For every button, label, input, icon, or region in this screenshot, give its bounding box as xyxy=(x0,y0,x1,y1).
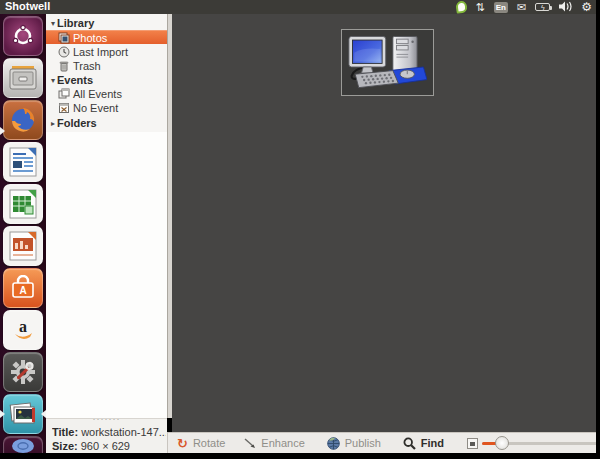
sidebar-section-library[interactable]: ▾ Library xyxy=(46,16,167,30)
firefox-icon xyxy=(8,105,38,135)
battery-icon[interactable]: ϟ xyxy=(535,3,550,11)
screenshot-right-border xyxy=(596,0,600,459)
window-title: Shotwell xyxy=(5,0,50,12)
publish-button[interactable]: Publish xyxy=(318,433,390,454)
computer-workstation-image xyxy=(348,34,427,91)
sidebar-item-trash[interactable]: Trash xyxy=(46,59,167,73)
bottom-toolbar: ↻ Rotate Enhance Publish Find xyxy=(167,432,596,453)
ubuntu-logo-icon xyxy=(11,24,35,48)
launcher-item-shotwell[interactable] xyxy=(3,394,43,434)
zoom-slider-track[interactable] xyxy=(482,442,600,445)
photo-thumbnail-computer-workstation[interactable] xyxy=(341,29,434,96)
all-events-icon xyxy=(58,88,70,100)
leaf-indicator-icon[interactable] xyxy=(455,0,468,13)
photo-grid-area[interactable] xyxy=(172,14,596,432)
launcher-item-files[interactable] xyxy=(3,58,43,98)
sidebar-section-folders[interactable]: ▸ Folders xyxy=(46,116,167,130)
shotwell-photos-icon xyxy=(8,400,38,428)
trash-icon xyxy=(58,60,70,72)
sidebar-item-all-events[interactable]: All Events xyxy=(46,87,167,101)
writer-document-icon xyxy=(8,147,38,177)
running-indicator-shotwell xyxy=(0,410,5,418)
launcher-item-dash[interactable] xyxy=(3,16,43,56)
publish-globe-icon xyxy=(327,437,340,450)
clock-icon xyxy=(58,46,70,58)
find-button[interactable]: Find xyxy=(394,433,453,454)
sidebar-item-photos[interactable]: Photos xyxy=(46,30,167,44)
sidebar-section-events[interactable]: ▾ Events xyxy=(46,73,167,87)
session-gear-icon[interactable]: ⚙ xyxy=(581,1,592,13)
pane-resize-handle[interactable]: ······· xyxy=(46,415,167,423)
expander-icon[interactable]: ▾ xyxy=(49,19,57,28)
zoom-out-photo-icon[interactable] xyxy=(467,438,478,449)
basic-info-panel: ······· Title: workstation-147... Size: … xyxy=(46,418,167,453)
find-magnifier-icon xyxy=(403,437,416,450)
rotate-button[interactable]: ↻ Rotate xyxy=(168,433,234,454)
expander-icon[interactable]: ▸ xyxy=(49,119,57,128)
sidebar-item-no-event[interactable]: No Event xyxy=(46,101,167,115)
sidebar-item-last-import[interactable]: Last Import xyxy=(46,45,167,59)
mail-icon[interactable]: ✉ xyxy=(517,1,526,13)
launcher-item-libreoffice-writer[interactable] xyxy=(3,142,43,182)
settings-gear-wrench-icon xyxy=(8,357,38,387)
file-cabinet-icon xyxy=(9,65,37,91)
amazon-icon: a xyxy=(10,317,36,343)
thumbnail-zoom-slider xyxy=(467,438,600,449)
impress-presentation-icon xyxy=(8,231,38,261)
launcher-item-amazon[interactable]: a xyxy=(3,310,43,350)
svg-text:a: a xyxy=(19,318,27,335)
svg-text:A: A xyxy=(19,285,26,296)
volume-icon[interactable] xyxy=(559,1,572,14)
launcher-item-software-center[interactable]: A xyxy=(3,268,43,308)
expander-icon[interactable]: ▾ xyxy=(49,76,57,85)
keyboard-layout-indicator[interactable]: En xyxy=(494,2,508,13)
rotate-icon: ↻ xyxy=(177,437,188,450)
photo-size-row: Size: 960 × 629 xyxy=(52,440,166,452)
system-tray: ⇅ En ✉ ϟ ⚙ xyxy=(456,0,592,14)
photo-size-value: 960 × 629 xyxy=(81,440,130,452)
enhance-button[interactable]: Enhance xyxy=(234,433,313,454)
launcher-item-libreoffice-impress[interactable] xyxy=(3,226,43,266)
launcher-item-firefox[interactable] xyxy=(3,100,43,140)
screenshot-bottom-border xyxy=(0,453,600,459)
running-indicator-firefox xyxy=(0,127,5,135)
no-event-icon xyxy=(58,102,70,114)
zoom-slider-handle[interactable] xyxy=(495,436,509,450)
shotwell-sidebar: ▾ Library Photos Last Import xyxy=(46,14,167,418)
desktop: Shotwell ⇅ En ✉ ϟ ⚙ xyxy=(0,0,600,459)
photo-title-row: Title: workstation-147... xyxy=(52,426,166,438)
enhance-wand-icon xyxy=(243,437,256,449)
photos-icon xyxy=(58,32,70,44)
sync-arrows-icon[interactable]: ⇅ xyxy=(476,1,485,13)
top-menu-bar: Shotwell ⇅ En ✉ ϟ ⚙ xyxy=(0,0,596,14)
unity-launcher: A a xyxy=(0,14,46,453)
launcher-item-system-settings[interactable] xyxy=(3,352,43,392)
software-center-bag-icon: A xyxy=(10,275,36,301)
calc-spreadsheet-icon xyxy=(8,189,38,219)
photo-title-value: workstation-147... xyxy=(81,426,166,438)
launcher-item-libreoffice-calc[interactable] xyxy=(3,184,43,224)
